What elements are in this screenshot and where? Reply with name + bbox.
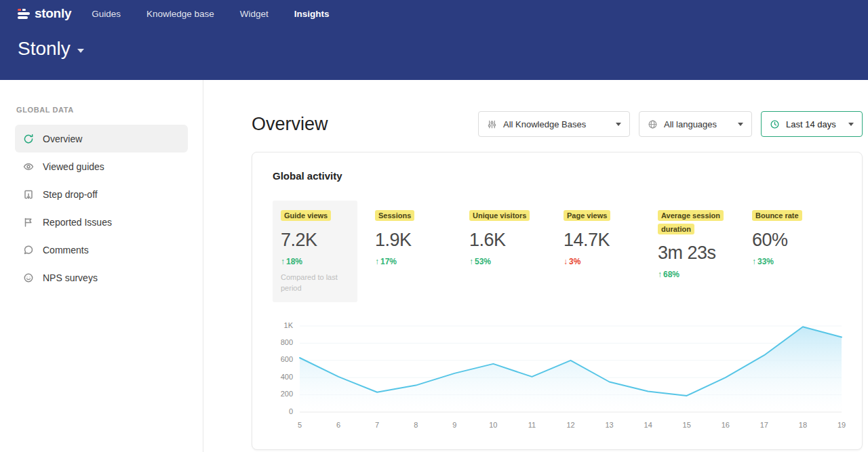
trend-arrow-icon: ↑ xyxy=(752,257,756,266)
metric-label: Sessions xyxy=(375,210,414,221)
metric-change: ↑18% xyxy=(281,257,349,266)
main-nav: Guides Knowledge base Widget Insights xyxy=(92,9,329,19)
main-content: Overview All Knowledge Bases xyxy=(204,80,868,452)
x-axis-label: 10 xyxy=(489,421,497,429)
x-axis-label: 9 xyxy=(452,421,456,429)
sidebar-item-label: Overview xyxy=(43,133,82,144)
x-axis-label: 15 xyxy=(683,421,691,429)
metric-label: Guide views xyxy=(281,210,331,221)
global-activity-card: Global activity Guide views 7.2K ↑18% Co… xyxy=(252,152,863,450)
metric-bounce-rate[interactable]: Bounce rate 60% ↑33% xyxy=(752,201,840,266)
trend-arrow-icon: ↑ xyxy=(469,257,473,266)
x-axis-label: 16 xyxy=(722,421,730,429)
x-axis-label: 8 xyxy=(414,421,418,429)
x-axis-label: 5 xyxy=(298,421,302,429)
date-range-dropdown[interactable]: Last 14 days xyxy=(761,111,863,137)
chevron-down-icon xyxy=(738,123,743,126)
chevron-down-icon xyxy=(848,123,854,126)
sidebar-item-label: Comments xyxy=(43,245,89,255)
nav-item-guides[interactable]: Guides xyxy=(92,9,121,19)
languages-dropdown[interactable]: All languages xyxy=(639,111,752,137)
sidebar-item-label: Reported Issues xyxy=(43,217,112,228)
trend-arrow-icon: ↑ xyxy=(375,257,379,266)
trend-arrow-icon: ↑ xyxy=(281,257,285,266)
clock-icon xyxy=(770,119,780,129)
x-axis-label: 12 xyxy=(566,421,574,429)
sliders-filter-icon xyxy=(487,119,497,129)
step-dropoff-icon xyxy=(23,189,34,200)
activity-cycle-icon xyxy=(23,133,34,144)
trend-arrow-icon: ↑ xyxy=(658,270,662,279)
comment-bubble-icon xyxy=(23,245,34,255)
sidebar-item-comments[interactable]: Comments xyxy=(15,236,188,264)
x-axis-label: 13 xyxy=(605,421,613,429)
stonly-logo-text: stonly xyxy=(35,6,71,21)
metric-change: ↑53% xyxy=(469,257,564,266)
main-header-row: Overview All Knowledge Bases xyxy=(252,111,863,137)
knowledge-bases-dropdown[interactable]: All Knowledge Bases xyxy=(478,111,630,137)
metric-value: 7.2K xyxy=(281,230,349,251)
metric-unique-visitors[interactable]: Unique visitors 1.6K ↑53% xyxy=(469,201,564,266)
metric-value: 3m 23s xyxy=(658,243,752,264)
x-axis-label: 11 xyxy=(528,421,536,429)
knowledge-bases-value: All Knowledge Bases xyxy=(503,119,586,129)
stonly-logo[interactable]: stonly xyxy=(18,6,71,21)
metric-value: 14.7K xyxy=(564,230,658,251)
chart-grid: 02004006008001K xyxy=(273,323,842,412)
metric-label: Bounce rate xyxy=(752,210,802,221)
smiley-icon xyxy=(23,272,34,283)
y-axis-label: 0 xyxy=(289,407,293,415)
x-axis-label: 18 xyxy=(799,421,807,429)
chevron-down-icon xyxy=(77,49,84,53)
metric-sessions[interactable]: Sessions 1.9K ↑17% xyxy=(375,201,469,266)
workspace-title: Stonly xyxy=(18,38,71,60)
sidebar-item-nps-surveys[interactable]: NPS surveys xyxy=(15,264,188,291)
y-axis-label: 400 xyxy=(281,373,293,381)
sidebar-item-label: Step drop-off xyxy=(43,189,98,200)
sidebar-section-label: GLOBAL DATA xyxy=(16,106,203,114)
sidebar-item-step-dropoff[interactable]: Step drop-off xyxy=(15,180,188,208)
sidebar-item-label: Viewed guides xyxy=(43,161,104,172)
nav-item-knowledge-base[interactable]: Knowledge base xyxy=(146,9,214,19)
y-axis-label: 800 xyxy=(281,338,293,346)
globe-icon xyxy=(648,119,658,129)
metric-average-session-duration[interactable]: Average session duration 3m 23s ↑68% xyxy=(658,201,752,279)
nav-item-insights[interactable]: Insights xyxy=(294,9,330,19)
sidebar-item-viewed-guides[interactable]: Viewed guides xyxy=(15,152,188,180)
sidebar-item-overview[interactable]: Overview xyxy=(15,125,188,152)
chevron-down-icon xyxy=(616,123,621,126)
metric-guide-views[interactable]: Guide views 7.2K ↑18% Compared to last p… xyxy=(273,201,357,302)
x-axis-label: 14 xyxy=(644,421,652,429)
metric-label: Page views xyxy=(564,210,610,221)
top-header: stonly Guides Knowledge base Widget Insi… xyxy=(0,0,868,80)
date-range-value: Last 14 days xyxy=(786,119,836,129)
x-axis-label: 19 xyxy=(837,421,846,429)
languages-value: All languages xyxy=(664,119,717,129)
app-root: stonly Guides Knowledge base Widget Insi… xyxy=(0,0,868,452)
nav-item-widget[interactable]: Widget xyxy=(240,9,269,19)
flag-icon xyxy=(23,217,34,228)
metric-value: 60% xyxy=(752,230,840,251)
sidebar-item-label: NPS surveys xyxy=(43,272,98,283)
chart-svg xyxy=(300,323,842,412)
x-axis-label: 6 xyxy=(336,421,340,429)
y-axis-label: 1K xyxy=(284,321,293,329)
x-axis-label: 17 xyxy=(760,421,768,429)
metric-change: ↓3% xyxy=(564,257,658,266)
metric-note: Compared to last period xyxy=(281,272,349,294)
sidebar: GLOBAL DATA Overview Viewed guides xyxy=(0,80,203,452)
metric-page-views[interactable]: Page views 14.7K ↓3% xyxy=(564,201,658,266)
workspace-selector[interactable]: Stonly xyxy=(0,38,84,60)
y-axis-label: 600 xyxy=(281,355,293,363)
metric-change: ↑17% xyxy=(375,257,469,266)
metric-value: 1.9K xyxy=(375,230,469,251)
metric-value: 1.6K xyxy=(469,230,564,251)
eye-icon xyxy=(23,161,34,172)
chart-plot xyxy=(300,323,842,412)
metric-change: ↑68% xyxy=(658,270,752,279)
trend-arrow-icon: ↓ xyxy=(564,257,568,266)
x-axis-label: 7 xyxy=(375,421,379,429)
sidebar-item-reported-issues[interactable]: Reported Issues xyxy=(15,208,188,236)
top-navbar: stonly Guides Knowledge base Widget Insi… xyxy=(0,0,868,27)
stonly-logo-icon xyxy=(18,9,30,19)
